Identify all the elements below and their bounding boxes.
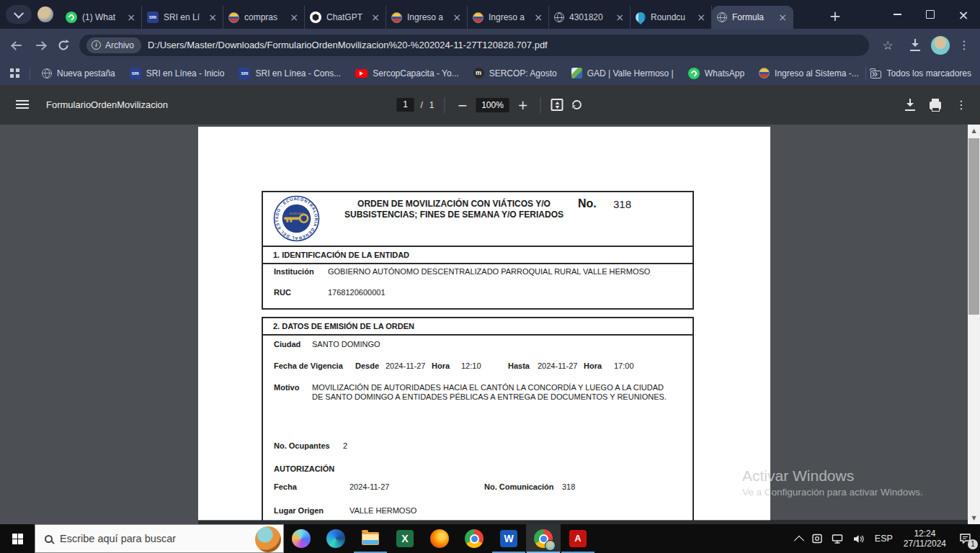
taskbar-chrome-profile-active[interactable] bbox=[526, 524, 561, 553]
bookmark-sercop-agosto[interactable]: SERCOP: Agosto bbox=[473, 68, 557, 78]
tray-app-icon[interactable] bbox=[807, 524, 827, 553]
page-number-input[interactable]: 1 bbox=[396, 98, 414, 112]
browser-menu-button[interactable] bbox=[953, 34, 976, 57]
tab-chatgpt[interactable]: ChatGPT bbox=[305, 6, 386, 29]
close-icon[interactable] bbox=[288, 12, 300, 23]
pdf-menu-button[interactable] bbox=[16, 100, 29, 102]
start-button[interactable] bbox=[0, 524, 35, 553]
pdf-download-button[interactable] bbox=[905, 99, 915, 111]
taskbar-copilot[interactable] bbox=[284, 524, 318, 553]
scroll-down-arrow[interactable] bbox=[968, 512, 980, 524]
search-icon bbox=[45, 535, 53, 543]
language-indicator[interactable]: ESP bbox=[869, 534, 899, 544]
pdf-print-button[interactable] bbox=[930, 102, 941, 109]
taskbar-search-box[interactable]: Escribe aquí para buscar bbox=[35, 524, 284, 553]
close-icon[interactable] bbox=[614, 12, 625, 23]
close-icon[interactable] bbox=[370, 12, 381, 23]
tray-network-button[interactable] bbox=[827, 524, 848, 553]
action-center-button[interactable]: 1 bbox=[951, 524, 979, 553]
bookmark-gad-valle-hermoso[interactable]: GAD | Valle Hermoso | bbox=[571, 68, 674, 78]
bookmark-ingreso-sistema[interactable]: Ingreso al Sistema -... bbox=[759, 68, 859, 78]
sri-icon bbox=[130, 68, 141, 79]
system-tray: ESP 12:24 27/11/2024 1 bbox=[791, 524, 979, 553]
clock-date: 27/11/2024 bbox=[904, 539, 946, 549]
site-info-chip[interactable]: Archivo bbox=[86, 37, 141, 53]
bookmark-whatsapp[interactable]: WhatsApp bbox=[688, 68, 744, 79]
copilot-icon bbox=[292, 529, 311, 548]
taskbar-chrome[interactable] bbox=[457, 524, 491, 553]
back-icon bbox=[11, 39, 24, 52]
reload-button[interactable] bbox=[52, 34, 75, 57]
bookmark-sercopcapacita[interactable]: SercopCapacita - Yo... bbox=[355, 68, 458, 78]
zoom-in-button[interactable] bbox=[516, 98, 530, 112]
close-window-button[interactable] bbox=[947, 0, 980, 29]
taskbar-file-explorer[interactable] bbox=[353, 524, 388, 553]
close-icon[interactable] bbox=[695, 12, 707, 23]
edge-icon bbox=[326, 529, 345, 548]
comunicacion-value: 318 bbox=[562, 482, 575, 491]
url-text: D:/Users/Master/Downloads/FormularioOrde… bbox=[148, 40, 548, 50]
taskbar-clock[interactable]: 12:24 27/11/2024 bbox=[899, 529, 951, 549]
tray-expand-button[interactable] bbox=[791, 524, 807, 553]
hasta-value: 2024-11-27 bbox=[538, 361, 577, 370]
search-highlight-image[interactable] bbox=[255, 526, 281, 552]
profile-avatar[interactable] bbox=[931, 36, 950, 55]
rotate-button[interactable] bbox=[570, 98, 584, 112]
minimize-button[interactable] bbox=[881, 0, 914, 29]
tab-ingreso-1[interactable]: Ingreso a bbox=[386, 6, 468, 29]
close-icon[interactable] bbox=[777, 12, 788, 23]
tray-volume-button[interactable] bbox=[848, 524, 869, 553]
taskbar-excel[interactable] bbox=[388, 524, 422, 553]
taskbar-acrobat[interactable] bbox=[561, 524, 595, 553]
close-icon[interactable] bbox=[451, 12, 463, 23]
taskbar-word[interactable] bbox=[491, 524, 526, 553]
scrollbar-thumb[interactable] bbox=[968, 138, 979, 315]
maximize-button[interactable] bbox=[914, 0, 947, 29]
desktop-screen: (1) What SRI en Lí compras ChatGPT Ingre bbox=[0, 0, 980, 553]
pdf-more-button[interactable] bbox=[956, 98, 967, 112]
vertical-scrollbar[interactable] bbox=[968, 125, 980, 524]
close-icon[interactable] bbox=[125, 12, 137, 23]
address-bar[interactable]: Archivo D:/Users/Master/Downloads/Formul… bbox=[79, 35, 869, 56]
tab-roundcube[interactable]: Roundcu bbox=[631, 6, 712, 29]
bookmark-sri-inicio[interactable]: SRI en Línea - Inicio bbox=[130, 68, 225, 79]
downloads-button[interactable] bbox=[904, 34, 927, 57]
all-bookmarks-button[interactable]: Todos los marcadores bbox=[861, 67, 971, 80]
pdf-page-controls: 1 / 1 100% bbox=[396, 85, 583, 125]
tab-ingreso-2[interactable]: Ingreso a bbox=[468, 6, 549, 29]
acrobat-icon bbox=[569, 530, 587, 547]
bookmark-star-button[interactable] bbox=[876, 34, 899, 57]
desde-label: Desde bbox=[355, 361, 379, 370]
page-separator: / bbox=[420, 100, 422, 110]
pinned-tab-favicon[interactable] bbox=[37, 6, 53, 22]
taskbar-edge[interactable] bbox=[318, 524, 353, 553]
taskbar-firefox[interactable] bbox=[422, 524, 457, 553]
apps-grid-icon[interactable] bbox=[10, 68, 19, 78]
bookmark-label: Ingreso al Sistema -... bbox=[775, 68, 859, 78]
back-button[interactable] bbox=[6, 34, 29, 57]
info-icon bbox=[92, 40, 101, 50]
tab-formulario-active[interactable]: Formula bbox=[712, 6, 793, 29]
bookmark-sri-consultas[interactable]: SRI en Línea - Cons... bbox=[239, 68, 341, 79]
fit-to-page-button[interactable] bbox=[551, 99, 564, 111]
bookmark-nueva-pestana[interactable]: Nueva pestaña bbox=[42, 68, 115, 78]
close-icon[interactable] bbox=[533, 12, 544, 23]
tab-sri[interactable]: SRI en Lí bbox=[142, 6, 223, 29]
zoom-out-button[interactable] bbox=[455, 98, 470, 112]
section2-header: 2. DATOS DE EMISIÓN DE LA ORDEN bbox=[263, 318, 692, 336]
zoom-level-input[interactable]: 100% bbox=[476, 98, 509, 112]
new-tab-button[interactable] bbox=[825, 6, 845, 26]
contraloria-seal-logo: CONTRALORÍA GENERAL DEL ESTADO · ECUADOR… bbox=[273, 195, 320, 242]
firefox-icon bbox=[430, 529, 449, 548]
forward-button[interactable] bbox=[29, 34, 52, 57]
tab-4301820[interactable]: 4301820 bbox=[549, 6, 631, 29]
scroll-up-arrow[interactable] bbox=[968, 125, 980, 137]
fecha-value: 2024-11-27 bbox=[349, 482, 389, 491]
tab-whatsapp[interactable]: (1) What bbox=[61, 6, 142, 29]
whatsapp-icon bbox=[66, 12, 77, 23]
tab-compras[interactable]: compras bbox=[223, 6, 305, 29]
tab-search-button[interactable] bbox=[6, 5, 32, 24]
close-icon[interactable] bbox=[207, 12, 218, 23]
watermark-subtitle: Ve a Configuración para activar Windows. bbox=[742, 485, 923, 500]
divider bbox=[865, 67, 866, 80]
